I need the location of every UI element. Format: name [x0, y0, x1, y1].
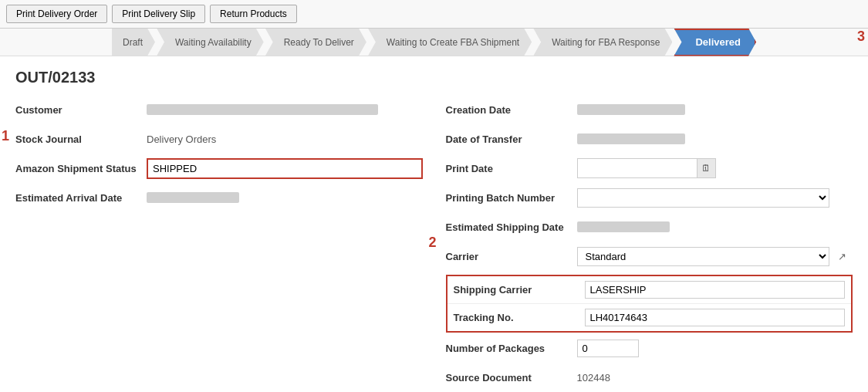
badge-2: 2 — [429, 235, 437, 251]
num-packages-input[interactable] — [577, 340, 639, 357]
amazon-status-row: Amazon Shipment Status — [15, 157, 423, 179]
printing-batch-value — [577, 188, 853, 208]
step-draft[interactable]: Draft — [112, 29, 155, 56]
carrier-external-link-icon[interactable]: ↗ — [833, 247, 851, 265]
stock-journal-row: Stock Journal Delivery Orders — [15, 128, 423, 150]
estimated-arrival-row: Estimated Arrival Date — [15, 187, 423, 208]
right-column: 2 Creation Date Date of Transfer — [446, 99, 853, 392]
customer-label: Customer — [15, 104, 147, 116]
creation-date-blurred — [577, 104, 685, 115]
print-delivery-order-button[interactable]: Print Delivery Order — [6, 5, 107, 23]
step-ready-to-deliver[interactable]: Ready To Deliver — [265, 29, 366, 56]
step-waiting-fba-response[interactable]: Waiting for FBA Response — [533, 29, 672, 56]
customer-value — [147, 104, 423, 116]
carrier-value: Standard ↗ — [577, 247, 853, 266]
carrier-select-wrapper: Standard ↗ — [577, 247, 853, 266]
printing-batch-select-wrapper — [577, 188, 853, 208]
date-of-transfer-value — [577, 133, 853, 145]
step-waiting-availability[interactable]: Waiting Availability — [157, 29, 264, 56]
print-delivery-slip-button[interactable]: Print Delivery Slip — [112, 5, 205, 23]
printing-batch-row: Printing Batch Number — [446, 187, 853, 208]
source-doc-label: Source Document — [446, 372, 577, 384]
badge-1: 1 — [2, 128, 9, 144]
shipping-carrier-input[interactable] — [585, 281, 846, 299]
est-shipping-date-blurred — [577, 221, 670, 232]
print-date-value: 🗓 — [577, 158, 853, 178]
carrier-label: Carrier — [446, 251, 577, 262]
print-date-label: Print Date — [446, 163, 577, 174]
carrier-row: Carrier Standard ↗ — [446, 245, 853, 267]
date-of-transfer-blurred — [577, 133, 685, 144]
shipping-carrier-label: Shipping Carrier — [454, 284, 585, 296]
est-shipping-date-row: Estimated Shipping Date — [446, 216, 853, 238]
delivered-button[interactable]: Delivered — [674, 29, 756, 56]
amazon-status-value — [147, 158, 423, 179]
num-packages-row: Number of Packages — [446, 337, 853, 359]
estimated-arrival-label: Estimated Arrival Date — [15, 192, 147, 204]
carrier-select[interactable]: Standard — [577, 247, 830, 266]
status-bar: Draft Waiting Availability Ready To Deli… — [0, 29, 868, 56]
left-column: 1 Customer Stock Journal Delivery Orders — [15, 99, 423, 392]
step-waiting-fba-shipment[interactable]: Waiting to Create FBA Shipment — [368, 29, 532, 56]
status-steps: Draft Waiting Availability Ready To Deli… — [0, 29, 868, 56]
creation-date-row: Creation Date — [446, 99, 853, 120]
form-grid: 1 Customer Stock Journal Delivery Orders — [15, 99, 853, 392]
est-shipping-date-label: Estimated Shipping Date — [446, 221, 577, 233]
amazon-status-input[interactable] — [148, 160, 421, 177]
toolbar: Print Delivery Order Print Delivery Slip… — [0, 0, 868, 29]
tracking-no-row: Tracking No. — [448, 304, 852, 331]
num-packages-value — [577, 340, 853, 357]
doc-title: OUT/02133 — [15, 69, 853, 86]
tracking-no-input[interactable] — [585, 309, 846, 326]
printing-batch-select[interactable] — [577, 188, 830, 208]
shipping-carrier-row: Shipping Carrier — [448, 276, 852, 304]
source-doc-row: Source Document 102448 — [446, 367, 853, 388]
calendar-icon[interactable]: 🗓 — [697, 159, 715, 177]
stock-journal-label: Stock Journal — [15, 133, 147, 145]
shipping-tracking-box: Shipping Carrier Tracking No. — [446, 275, 853, 333]
badge-3: 3 — [857, 29, 865, 45]
creation-date-value — [577, 104, 853, 116]
print-date-wrapper: 🗓 — [577, 158, 716, 178]
printing-batch-label: Printing Batch Number — [446, 192, 577, 204]
print-date-row: Print Date 🗓 — [446, 157, 853, 179]
num-packages-label: Number of Packages — [446, 343, 577, 354]
source-doc-value: 102448 — [577, 372, 853, 384]
return-products-button[interactable]: Return Products — [210, 5, 297, 23]
date-of-transfer-row: Date of Transfer — [446, 128, 853, 150]
print-date-input[interactable] — [578, 161, 697, 177]
shipping-carrier-value — [585, 281, 846, 299]
creation-date-label: Creation Date — [446, 104, 577, 116]
stock-journal-value: Delivery Orders — [147, 133, 423, 145]
tracking-no-label: Tracking No. — [454, 312, 585, 323]
amazon-status-input-wrapper — [147, 158, 423, 179]
customer-row: Customer — [15, 99, 423, 120]
estimated-arrival-value — [147, 192, 423, 204]
main-content: OUT/02133 1 Customer Stock Journal Deliv… — [0, 56, 868, 392]
amazon-status-label: Amazon Shipment Status — [15, 163, 147, 174]
customer-blurred — [147, 104, 378, 115]
est-shipping-date-value — [577, 221, 853, 233]
estimated-arrival-blurred — [147, 192, 239, 203]
tracking-no-value — [585, 309, 846, 326]
date-of-transfer-label: Date of Transfer — [446, 133, 577, 145]
